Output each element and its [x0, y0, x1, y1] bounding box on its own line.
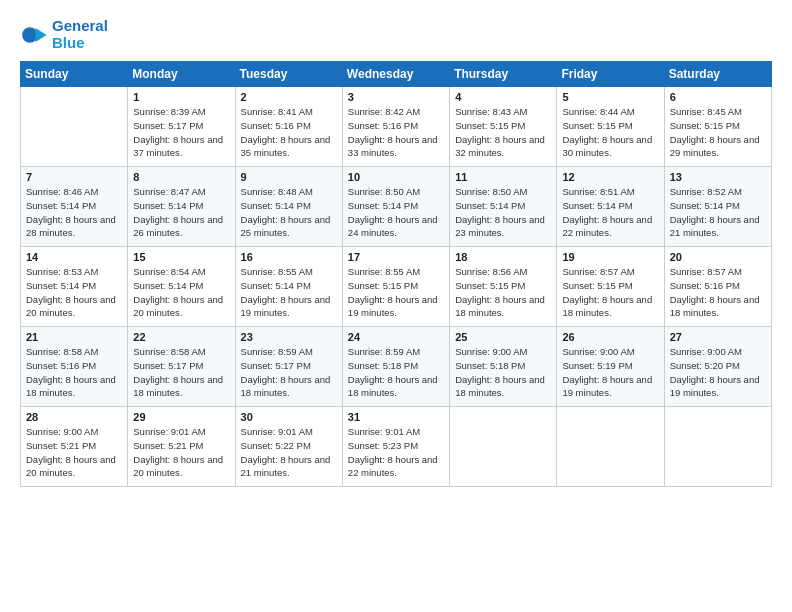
cell-2-5: 11Sunrise: 8:50 AMSunset: 5:14 PMDayligh… — [450, 167, 557, 247]
cell-info: Sunrise: 8:56 AMSunset: 5:15 PMDaylight:… — [455, 265, 551, 320]
cell-4-5: 25Sunrise: 9:00 AMSunset: 5:18 PMDayligh… — [450, 327, 557, 407]
cell-info: Sunrise: 8:59 AMSunset: 5:17 PMDaylight:… — [241, 345, 337, 400]
header-row: SundayMondayTuesdayWednesdayThursdayFrid… — [21, 62, 772, 87]
day-number: 23 — [241, 331, 337, 343]
col-header-tuesday: Tuesday — [235, 62, 342, 87]
col-header-sunday: Sunday — [21, 62, 128, 87]
day-number: 3 — [348, 91, 444, 103]
cell-info: Sunrise: 8:44 AMSunset: 5:15 PMDaylight:… — [562, 105, 658, 160]
day-number: 8 — [133, 171, 229, 183]
cell-info: Sunrise: 8:47 AMSunset: 5:14 PMDaylight:… — [133, 185, 229, 240]
day-number: 9 — [241, 171, 337, 183]
cell-4-2: 22Sunrise: 8:58 AMSunset: 5:17 PMDayligh… — [128, 327, 235, 407]
cell-3-4: 17Sunrise: 8:55 AMSunset: 5:15 PMDayligh… — [342, 247, 449, 327]
day-number: 25 — [455, 331, 551, 343]
week-row-2: 7Sunrise: 8:46 AMSunset: 5:14 PMDaylight… — [21, 167, 772, 247]
cell-4-3: 23Sunrise: 8:59 AMSunset: 5:17 PMDayligh… — [235, 327, 342, 407]
cell-5-7 — [664, 407, 771, 487]
cell-info: Sunrise: 8:59 AMSunset: 5:18 PMDaylight:… — [348, 345, 444, 400]
cell-1-4: 3Sunrise: 8:42 AMSunset: 5:16 PMDaylight… — [342, 87, 449, 167]
logo: General Blue — [20, 18, 108, 51]
cell-info: Sunrise: 8:57 AMSunset: 5:16 PMDaylight:… — [670, 265, 766, 320]
cell-info: Sunrise: 9:00 AMSunset: 5:20 PMDaylight:… — [670, 345, 766, 400]
cell-1-5: 4Sunrise: 8:43 AMSunset: 5:15 PMDaylight… — [450, 87, 557, 167]
cell-3-2: 15Sunrise: 8:54 AMSunset: 5:14 PMDayligh… — [128, 247, 235, 327]
cell-info: Sunrise: 8:43 AMSunset: 5:15 PMDaylight:… — [455, 105, 551, 160]
day-number: 19 — [562, 251, 658, 263]
cell-1-1 — [21, 87, 128, 167]
cell-3-7: 20Sunrise: 8:57 AMSunset: 5:16 PMDayligh… — [664, 247, 771, 327]
cell-info: Sunrise: 9:00 AMSunset: 5:21 PMDaylight:… — [26, 425, 122, 480]
cell-2-4: 10Sunrise: 8:50 AMSunset: 5:14 PMDayligh… — [342, 167, 449, 247]
page: General Blue SundayMondayTuesdayWednesda… — [0, 0, 792, 612]
day-number: 13 — [670, 171, 766, 183]
header: General Blue — [20, 18, 772, 51]
cell-4-6: 26Sunrise: 9:00 AMSunset: 5:19 PMDayligh… — [557, 327, 664, 407]
day-number: 28 — [26, 411, 122, 423]
cell-5-6 — [557, 407, 664, 487]
day-number: 11 — [455, 171, 551, 183]
cell-info: Sunrise: 8:39 AMSunset: 5:17 PMDaylight:… — [133, 105, 229, 160]
cell-1-6: 5Sunrise: 8:44 AMSunset: 5:15 PMDaylight… — [557, 87, 664, 167]
cell-2-1: 7Sunrise: 8:46 AMSunset: 5:14 PMDaylight… — [21, 167, 128, 247]
day-number: 29 — [133, 411, 229, 423]
day-number: 6 — [670, 91, 766, 103]
cell-info: Sunrise: 8:50 AMSunset: 5:14 PMDaylight:… — [348, 185, 444, 240]
logo-icon — [20, 21, 48, 49]
cell-1-2: 1Sunrise: 8:39 AMSunset: 5:17 PMDaylight… — [128, 87, 235, 167]
logo-text: General Blue — [52, 18, 108, 51]
cell-5-2: 29Sunrise: 9:01 AMSunset: 5:21 PMDayligh… — [128, 407, 235, 487]
col-header-monday: Monday — [128, 62, 235, 87]
day-number: 7 — [26, 171, 122, 183]
cell-info: Sunrise: 8:58 AMSunset: 5:16 PMDaylight:… — [26, 345, 122, 400]
week-row-5: 28Sunrise: 9:00 AMSunset: 5:21 PMDayligh… — [21, 407, 772, 487]
cell-info: Sunrise: 9:01 AMSunset: 5:22 PMDaylight:… — [241, 425, 337, 480]
day-number: 17 — [348, 251, 444, 263]
cell-info: Sunrise: 8:50 AMSunset: 5:14 PMDaylight:… — [455, 185, 551, 240]
cell-info: Sunrise: 8:52 AMSunset: 5:14 PMDaylight:… — [670, 185, 766, 240]
cell-2-2: 8Sunrise: 8:47 AMSunset: 5:14 PMDaylight… — [128, 167, 235, 247]
cell-1-3: 2Sunrise: 8:41 AMSunset: 5:16 PMDaylight… — [235, 87, 342, 167]
col-header-friday: Friday — [557, 62, 664, 87]
cell-info: Sunrise: 8:57 AMSunset: 5:15 PMDaylight:… — [562, 265, 658, 320]
day-number: 21 — [26, 331, 122, 343]
day-number: 10 — [348, 171, 444, 183]
day-number: 1 — [133, 91, 229, 103]
cell-info: Sunrise: 9:00 AMSunset: 5:18 PMDaylight:… — [455, 345, 551, 400]
cell-info: Sunrise: 8:53 AMSunset: 5:14 PMDaylight:… — [26, 265, 122, 320]
cell-5-1: 28Sunrise: 9:00 AMSunset: 5:21 PMDayligh… — [21, 407, 128, 487]
day-number: 4 — [455, 91, 551, 103]
day-number: 2 — [241, 91, 337, 103]
cell-info: Sunrise: 8:48 AMSunset: 5:14 PMDaylight:… — [241, 185, 337, 240]
day-number: 20 — [670, 251, 766, 263]
day-number: 31 — [348, 411, 444, 423]
day-number: 22 — [133, 331, 229, 343]
svg-point-0 — [22, 27, 37, 42]
week-row-1: 1Sunrise: 8:39 AMSunset: 5:17 PMDaylight… — [21, 87, 772, 167]
cell-info: Sunrise: 9:01 AMSunset: 5:21 PMDaylight:… — [133, 425, 229, 480]
col-header-saturday: Saturday — [664, 62, 771, 87]
day-number: 15 — [133, 251, 229, 263]
cell-info: Sunrise: 8:55 AMSunset: 5:15 PMDaylight:… — [348, 265, 444, 320]
day-number: 14 — [26, 251, 122, 263]
cell-3-1: 14Sunrise: 8:53 AMSunset: 5:14 PMDayligh… — [21, 247, 128, 327]
cell-2-3: 9Sunrise: 8:48 AMSunset: 5:14 PMDaylight… — [235, 167, 342, 247]
cell-4-1: 21Sunrise: 8:58 AMSunset: 5:16 PMDayligh… — [21, 327, 128, 407]
cell-info: Sunrise: 8:42 AMSunset: 5:16 PMDaylight:… — [348, 105, 444, 160]
cell-info: Sunrise: 9:00 AMSunset: 5:19 PMDaylight:… — [562, 345, 658, 400]
day-number: 18 — [455, 251, 551, 263]
day-number: 24 — [348, 331, 444, 343]
cell-3-6: 19Sunrise: 8:57 AMSunset: 5:15 PMDayligh… — [557, 247, 664, 327]
week-row-3: 14Sunrise: 8:53 AMSunset: 5:14 PMDayligh… — [21, 247, 772, 327]
cell-info: Sunrise: 8:51 AMSunset: 5:14 PMDaylight:… — [562, 185, 658, 240]
cell-info: Sunrise: 8:45 AMSunset: 5:15 PMDaylight:… — [670, 105, 766, 160]
cell-info: Sunrise: 8:41 AMSunset: 5:16 PMDaylight:… — [241, 105, 337, 160]
day-number: 27 — [670, 331, 766, 343]
cell-2-7: 13Sunrise: 8:52 AMSunset: 5:14 PMDayligh… — [664, 167, 771, 247]
cell-info: Sunrise: 8:54 AMSunset: 5:14 PMDaylight:… — [133, 265, 229, 320]
day-number: 5 — [562, 91, 658, 103]
cell-1-7: 6Sunrise: 8:45 AMSunset: 5:15 PMDaylight… — [664, 87, 771, 167]
svg-marker-1 — [35, 28, 46, 42]
cell-4-7: 27Sunrise: 9:00 AMSunset: 5:20 PMDayligh… — [664, 327, 771, 407]
cell-5-4: 31Sunrise: 9:01 AMSunset: 5:23 PMDayligh… — [342, 407, 449, 487]
